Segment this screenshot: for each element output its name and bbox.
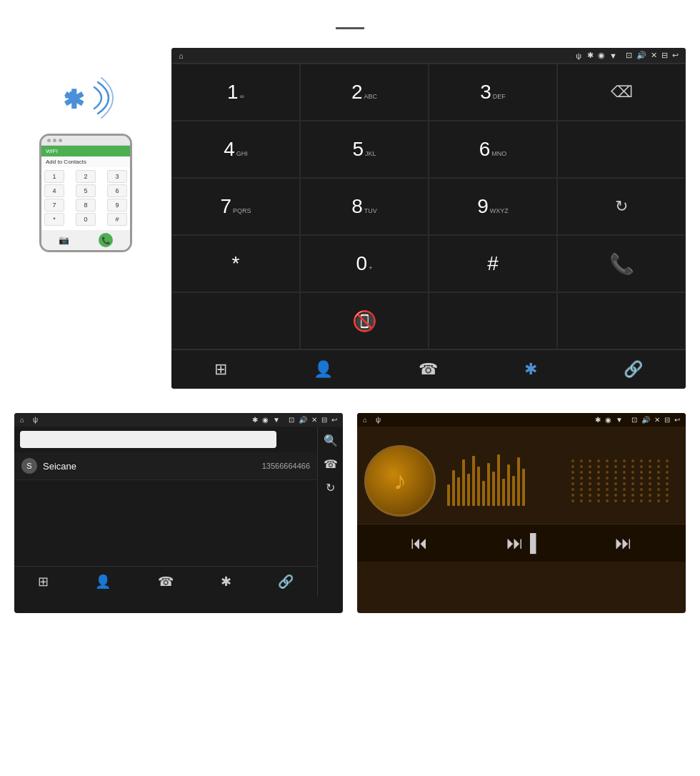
music-status-bar: ⌂ ψ ✱ ◉ ▼ ⊡ 🔊 ✕ ⊟ ↩ <box>357 413 686 427</box>
vis-bar-1 <box>447 484 450 506</box>
music-play-btn[interactable]: ⏭▐ <box>506 533 536 553</box>
vis-bar-3 <box>457 477 460 506</box>
nav-link-icon[interactable]: 🔗 <box>624 360 643 379</box>
pb-nav-phone-icon[interactable]: ☎ <box>158 574 174 590</box>
phone-green-bar: WIFI <box>41 146 130 156</box>
pb-nav-grid-icon[interactable]: ⊞ <box>38 574 49 590</box>
pb-wifi-icon: ▼ <box>273 416 280 424</box>
phone-dots <box>47 139 62 142</box>
dial-key-4[interactable]: 4GHI <box>171 121 300 178</box>
dial-key-3[interactable]: 3DEF <box>429 64 557 121</box>
dial-cell-call-red[interactable]: 📵 <box>300 292 429 349</box>
music-home-icon: ⌂ <box>363 416 367 424</box>
dial-key-5[interactable]: 5JKL <box>300 121 429 178</box>
music-screen: ⌂ ψ ✱ ◉ ▼ ⊡ 🔊 ✕ ⊟ ↩ ♪ <box>357 413 686 613</box>
dial-key-9[interactable]: 9WXYZ <box>429 178 557 235</box>
pb-search-row <box>14 427 317 452</box>
vis-bar-5 <box>467 474 470 506</box>
phone-section: + ✱ WIFI Add to Contacts <box>14 48 157 258</box>
dial-cell-backspace[interactable]: ⌫ <box>557 64 686 121</box>
dial-key-7[interactable]: 7PQRS <box>171 178 300 235</box>
bottom-screens: ⌂ ψ ✱ ◉ ▼ ⊡ 🔊 ✕ ⊟ ↩ <box>0 413 700 654</box>
pb-bt-icon: ✱ <box>252 416 258 424</box>
dial-cell-refresh[interactable]: ↻ <box>557 178 686 235</box>
phone-bottom: 📷 📞 <box>41 230 130 250</box>
dial-key-hash[interactable]: # <box>429 235 557 292</box>
music-usb-icon: ψ <box>376 416 381 424</box>
status-wifi-icon: ▼ <box>609 51 617 60</box>
pb-area: S Seicane 13566664466 ⊞ 👤 ☎ ✱ 🔗 <box>14 427 343 597</box>
phone-dot-2 <box>53 139 56 142</box>
vis-bar-13 <box>507 464 510 506</box>
key-6: 6 <box>107 184 127 197</box>
dial-key-0[interactable]: 0+ <box>300 235 429 292</box>
dialpad-caption <box>171 389 686 406</box>
refresh-icon: ↻ <box>615 197 628 216</box>
pb-nav-user-icon[interactable]: 👤 <box>95 574 111 590</box>
nav-phone-icon[interactable]: ☎ <box>419 360 438 379</box>
music-screen-icon: ⊟ <box>664 416 670 424</box>
status-bt-icon: ✱ <box>587 51 594 60</box>
pb-cam-icon: ⊡ <box>289 416 294 424</box>
pb-side-refresh-icon[interactable]: ↻ <box>326 481 335 494</box>
music-x-icon: ✕ <box>654 416 660 424</box>
dial-cell-empty-2 <box>171 292 300 349</box>
dial-cell-call-green[interactable]: 📞 <box>557 235 686 292</box>
key-9: 9 <box>107 199 127 212</box>
pb-contact-row[interactable]: S Seicane 13566664466 <box>14 452 317 480</box>
phone-dot-1 <box>47 139 51 142</box>
pb-caption <box>14 613 343 640</box>
dial-key-8[interactable]: 8TUV <box>300 178 429 235</box>
music-back-icon: ↩ <box>674 416 680 424</box>
status-icons: ✱ ◉ ▼ ⊡ 🔊 ✕ ⊟ ↩ <box>587 51 679 60</box>
pb-nav-bar: ⊞ 👤 ☎ ✱ 🔗 <box>14 566 317 597</box>
keypad-row-4: * 0 # <box>44 213 127 226</box>
music-vol-icon: 🔊 <box>641 416 650 424</box>
nav-user-icon[interactable]: 👤 <box>314 360 333 379</box>
pb-contact-number: 13566664466 <box>262 462 310 470</box>
status-home-icon: ⌂ <box>179 51 184 60</box>
music-bt-icon: ✱ <box>595 416 601 424</box>
status-usb-icon: ψ <box>576 51 581 60</box>
pb-empty-space <box>14 480 317 566</box>
music-prev-btn[interactable]: ⏮ <box>411 533 428 553</box>
vis-bar-15 <box>517 457 520 506</box>
dial-cell-empty-1 <box>557 121 686 178</box>
bluetooth-icon: + <box>64 84 78 110</box>
key-0: 0 <box>76 213 96 226</box>
pb-back-icon: ↩ <box>331 416 337 424</box>
pb-contact-initial: S <box>21 458 37 474</box>
phone-keypad: 1 2 3 4 5 6 7 8 9 * 0 # <box>41 167 130 230</box>
music-content: ♪ // Generate dot pattern const dp = doc… <box>357 438 686 524</box>
dial-key-6[interactable]: 6MNO <box>429 121 557 178</box>
vis-bar-9 <box>487 463 490 506</box>
vis-bar-4 <box>462 459 465 506</box>
page-header <box>0 0 700 48</box>
pb-nav-link-icon[interactable]: 🔗 <box>278 574 294 590</box>
dialpad-screen-wrap: ⌂ ψ ✱ ◉ ▼ ⊡ 🔊 ✕ ⊟ ↩ 1∞ <box>171 48 686 406</box>
dial-key-1[interactable]: 1∞ <box>171 64 300 121</box>
music-album-art: ♪ <box>364 445 436 517</box>
key-4: 4 <box>44 184 64 197</box>
pb-side-search-icon[interactable]: 🔍 <box>324 434 338 447</box>
pb-side-phone-icon[interactable]: ☎ <box>324 457 338 471</box>
pb-search-input[interactable] <box>20 431 276 448</box>
key-8: 8 <box>76 199 96 212</box>
music-next-btn[interactable]: ⏭ <box>615 533 632 553</box>
status-camera-icon: ⊡ <box>626 51 632 60</box>
nav-grid-icon[interactable]: ⊞ <box>214 360 227 379</box>
nav-bt-icon[interactable]: ✱ <box>524 360 537 379</box>
phone-call-button[interactable]: 📞 <box>99 233 113 247</box>
pb-contact-name: Seicane <box>43 461 262 472</box>
dial-key-star[interactable]: * <box>171 235 300 292</box>
vis-bar-7 <box>477 467 480 506</box>
music-dot-pattern: // Generate dot pattern const dp = docum… <box>571 459 671 502</box>
dialpad-grid: 1∞ 2ABC 3DEF ⌫ 4GHI 5JKL <box>171 63 686 349</box>
pb-nav-bt-icon[interactable]: ✱ <box>221 574 231 590</box>
key-2: 2 <box>76 170 96 183</box>
phone-frame: WIFI Add to Contacts 1 2 3 4 5 6 7 8 9 <box>39 134 132 252</box>
music-note-icon: ♪ <box>394 466 406 496</box>
vis-bar-10 <box>492 472 495 506</box>
dial-key-2[interactable]: 2ABC <box>300 64 429 121</box>
status-x-icon: ✕ <box>651 51 657 60</box>
